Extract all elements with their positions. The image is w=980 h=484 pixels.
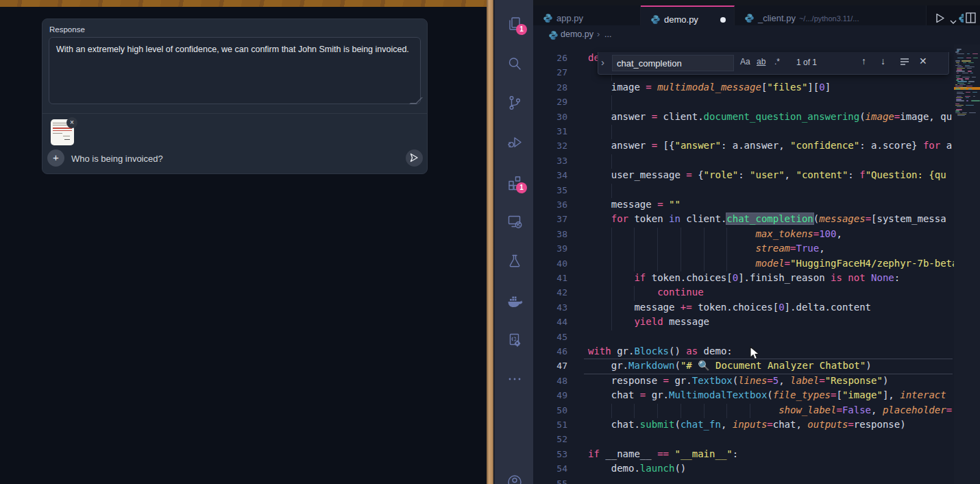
vscode-top-edge xyxy=(493,0,980,5)
find-in-selection-icon[interactable] xyxy=(900,57,909,68)
activity-more-icon[interactable] xyxy=(495,363,535,396)
find-widget: › Aa ab .* 1 of 1 ↑ ↓ ✕ xyxy=(598,52,949,75)
line-number: 40 xyxy=(533,258,567,269)
code-text: if __name__ == "__main__": xyxy=(588,448,738,459)
split-editor-icon[interactable] xyxy=(966,12,976,26)
line-number: 44 xyxy=(533,317,567,327)
remove-attachment-icon[interactable]: × xyxy=(66,117,77,128)
breadcrumb-more[interactable]: ... xyxy=(604,29,611,39)
activity-project-config-icon[interactable] xyxy=(495,324,535,356)
code-line-54[interactable]: 54 demo.launch() xyxy=(533,462,954,476)
find-match-count: 1 of 1 xyxy=(796,58,817,67)
activity-extensions-icon[interactable]: 1 xyxy=(495,166,535,199)
python-file-icon xyxy=(548,30,559,43)
line-number: 29 xyxy=(533,97,567,107)
activity-account-icon[interactable] xyxy=(495,465,535,484)
response-textarea[interactable] xyxy=(49,37,421,104)
breadcrumb-file[interactable]: demo.py xyxy=(561,29,593,39)
code-line-36[interactable]: 36 message = "" xyxy=(533,198,954,213)
code-line-30[interactable]: 30 answer = client.document_question_ans… xyxy=(533,110,954,125)
code-line-29[interactable]: 29 xyxy=(533,95,954,110)
line-number: 55 xyxy=(533,479,567,484)
code-line-51[interactable]: 51 chat.submit(chat_fn, inputs=chat, out… xyxy=(533,418,954,433)
code-line-49[interactable]: 49 chat = gr.MultimodalTextbox(file_type… xyxy=(533,389,954,403)
match-case-icon[interactable]: Aa xyxy=(740,57,750,66)
code-text: with gr.Blocks() as demo: xyxy=(588,346,733,356)
line-number: 47 xyxy=(533,361,567,371)
code-line-37[interactable]: 37 for token in client.chat_completion(m… xyxy=(533,213,954,227)
code-editor[interactable]: 26def2728 image = multimodal_message["fi… xyxy=(533,45,954,484)
screen: Response × + Who is being invoiced? xyxy=(0,0,980,484)
activity-explorer-icon[interactable]: 1 xyxy=(495,8,535,40)
code-text: message += token.choices[0].delta.conten… xyxy=(588,302,871,313)
code-line-28[interactable]: 28 image = multimodal_message["files"][0… xyxy=(533,81,954,95)
code-text: chat = gr.MultimodalTextbox(file_types=[… xyxy=(588,389,946,400)
line-number: 37 xyxy=(533,214,567,224)
activity-bar: 11 xyxy=(493,0,533,484)
code-text: image = multimodal_message["files"][0] xyxy=(588,82,831,93)
code-line-42[interactable]: 42 continue xyxy=(533,286,954,300)
code-text: demo.launch() xyxy=(588,463,686,474)
breadcrumb-separator-icon: › xyxy=(597,29,600,39)
code-line-44[interactable]: 44 yield message xyxy=(533,315,954,330)
tab-label: app.py xyxy=(556,13,583,23)
minimap[interactable] xyxy=(954,45,980,484)
code-line-48[interactable]: 48 response = gr.Textbox(lines=5, label=… xyxy=(533,374,954,389)
activity-run-debug-icon[interactable] xyxy=(495,126,535,159)
tab-label: _client.py~/.../python3.11/... xyxy=(758,13,859,23)
code-line-41[interactable]: 41 if token.choices[0].finish_reason is … xyxy=(533,271,954,286)
activity-docker-icon[interactable] xyxy=(495,285,535,317)
code-line-50[interactable]: 50 show_label=False, placeholder= xyxy=(533,404,954,418)
code-line-40[interactable]: 40 model="HuggingFaceH4/zephyr-7b-beta xyxy=(533,257,954,271)
line-number: 27 xyxy=(533,67,567,77)
code-line-31[interactable]: 31 xyxy=(533,125,954,139)
chat-input-placeholder[interactable]: Who is being invoiced? xyxy=(71,154,163,164)
activity-testing-icon[interactable] xyxy=(495,245,535,278)
line-number: 34 xyxy=(533,170,567,180)
code-line-46[interactable]: 46with gr.Blocks() as demo: xyxy=(533,345,954,359)
overflowed-tab-python-icon xyxy=(958,13,964,24)
line-number: 48 xyxy=(533,376,567,386)
code-line-45[interactable]: 45 xyxy=(533,330,954,345)
window-divider[interactable] xyxy=(487,0,493,484)
modified-dot-icon xyxy=(720,17,726,23)
regex-icon[interactable]: .* xyxy=(774,57,780,66)
line-number: 28 xyxy=(533,82,567,93)
code-line-32[interactable]: 32 answer = [{"answer": a.answer, "confi… xyxy=(533,139,954,154)
previous-match-icon[interactable]: ↑ xyxy=(861,56,866,66)
close-icon[interactable]: ✕ xyxy=(919,56,927,66)
code-line-33[interactable]: 33 xyxy=(533,154,954,169)
python-file-icon xyxy=(744,13,755,26)
line-number: 30 xyxy=(533,112,567,122)
find-input[interactable] xyxy=(612,55,734,71)
code-line-47[interactable]: 47 gr.Markdown("# 🔍 Document Analyzer Ch… xyxy=(533,359,954,374)
code-text: if token.choices[0].finish_reason is not… xyxy=(588,272,900,283)
code-text: for token in client.chat_completion(mess… xyxy=(588,213,946,224)
next-match-icon[interactable]: ↓ xyxy=(881,56,885,66)
add-file-icon[interactable]: + xyxy=(47,149,64,167)
breadcrumb: demo.py › ... xyxy=(533,25,980,45)
code-line-43[interactable]: 43 message += token.choices[0].delta.con… xyxy=(533,301,954,315)
code-line-34[interactable]: 34 user_message = {"role": "user", "cont… xyxy=(533,169,954,183)
activity-remote-explorer-icon[interactable] xyxy=(495,205,535,238)
code-text: message = "" xyxy=(588,199,681,210)
code-text: show_label=False, placeholder= xyxy=(588,404,952,415)
whole-word-icon[interactable]: ab xyxy=(757,57,765,66)
activity-source-control-icon[interactable] xyxy=(495,86,535,119)
code-text: model="HuggingFaceH4/zephyr-7b-beta xyxy=(588,258,954,269)
code-line-55[interactable]: 55 xyxy=(533,477,954,484)
toggle-replace-icon[interactable]: › xyxy=(601,56,604,68)
code-line-38[interactable]: 38 max_tokens=100, xyxy=(533,228,954,242)
activity-search-icon[interactable] xyxy=(495,47,535,80)
code-line-35[interactable]: 35 xyxy=(533,184,954,198)
send-icon[interactable] xyxy=(406,149,423,167)
run-icon[interactable] xyxy=(934,12,946,27)
code-text: chat.submit(chat_fn, inputs=chat, output… xyxy=(588,419,906,430)
line-number: 35 xyxy=(533,185,567,195)
code-line-53[interactable]: 53if __name__ == "__main__": xyxy=(533,448,954,462)
code-line-52[interactable]: 52 xyxy=(533,433,954,447)
line-number: 50 xyxy=(533,405,567,415)
badge: 1 xyxy=(516,182,527,193)
code-line-39[interactable]: 39 stream=True, xyxy=(533,242,954,256)
tab-description: ~/.../python3.11/... xyxy=(799,14,859,23)
